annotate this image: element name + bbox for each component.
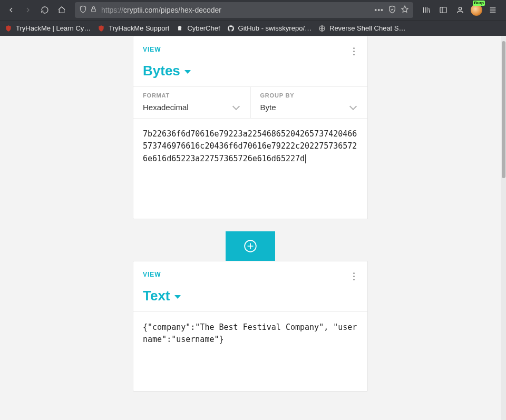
chef-icon: [176, 24, 184, 33]
groupby-select[interactable]: Byte: [260, 103, 358, 112]
text-card: VIEW Text {"company":"The Best Festival …: [133, 261, 368, 392]
burp-extension-button[interactable]: Burp: [469, 3, 484, 17]
reload-button[interactable]: [37, 2, 53, 18]
chevron-down-icon: [349, 102, 357, 110]
shield-icon: [4, 24, 13, 33]
nav-back-button[interactable]: [3, 2, 19, 18]
page-viewport: VIEW Bytes FORMAT Hexadecimal GROUP BY: [0, 36, 501, 420]
bookmark-item[interactable]: Reverse Shell Cheat S…: [318, 24, 406, 33]
globe-icon: [318, 24, 326, 33]
browser-toolbar: https://cryptii.com/pipes/hex-decoder ••…: [0, 0, 506, 20]
shield-icon: [97, 24, 105, 33]
card-type-selector[interactable]: Bytes: [143, 63, 358, 79]
card-title: Bytes: [143, 63, 180, 79]
plus-circle-icon: [244, 239, 257, 253]
svg-point-2: [459, 7, 461, 10]
sidebar-button[interactable]: [435, 2, 451, 18]
library-button[interactable]: [419, 2, 434, 18]
browser-chrome: https://cryptii.com/pipes/hex-decoder ••…: [0, 0, 506, 36]
bytes-card: VIEW Bytes FORMAT Hexadecimal GROUP BY: [133, 36, 368, 219]
format-option: FORMAT Hexadecimal: [133, 87, 250, 118]
bookmark-item[interactable]: TryHackMe | Learn Cy…: [4, 24, 91, 33]
lock-icon: [90, 6, 97, 14]
account-button[interactable]: [452, 2, 468, 18]
url-text: https://cryptii.com/pipes/hex-decoder: [101, 6, 370, 14]
bookmark-item[interactable]: TryHackMe Support: [97, 24, 169, 33]
url-bar[interactable]: https://cryptii.com/pipes/hex-decoder ••…: [75, 2, 413, 18]
github-icon: [227, 24, 235, 33]
bookmark-item[interactable]: GitHub - swisskyrepo/…: [227, 24, 312, 33]
text-textarea[interactable]: {"company":"The Best Festival Company", …: [133, 312, 367, 391]
caret-down-icon: [174, 295, 181, 299]
card-title: Text: [143, 288, 170, 304]
reader-view-icon[interactable]: [388, 5, 396, 15]
add-block-button[interactable]: [226, 231, 275, 261]
ellipsis-icon[interactable]: •••: [374, 6, 384, 14]
caret-down-icon: [184, 70, 191, 74]
format-select[interactable]: Hexadecimal: [143, 103, 241, 112]
bookmark-item[interactable]: CyberChef: [176, 24, 220, 33]
scrollbar-thumb[interactable]: [502, 41, 505, 178]
view-label: VIEW: [143, 271, 358, 278]
vertical-scrollbar[interactable]: [501, 36, 506, 420]
bookmarks-bar: TryHackMe | Learn Cy… TryHackMe Support …: [0, 20, 506, 36]
home-button[interactable]: [54, 2, 70, 18]
bytes-textarea[interactable]: 7b22636f6d70616e79223a225468652042657374…: [133, 119, 367, 219]
svg-rect-0: [92, 9, 96, 12]
groupby-option: GROUP BY Byte: [250, 87, 368, 118]
options-row: FORMAT Hexadecimal GROUP BY Byte: [133, 86, 367, 119]
burp-icon: [471, 4, 482, 16]
card-type-selector[interactable]: Text: [143, 288, 358, 304]
svg-rect-1: [440, 7, 446, 13]
bookmark-star-icon[interactable]: [401, 5, 409, 15]
chevron-down-icon: [232, 102, 239, 110]
view-label: VIEW: [143, 46, 358, 53]
app-menu-button[interactable]: [485, 2, 501, 18]
nav-forward-button[interactable]: [20, 2, 36, 18]
shield-icon: [79, 5, 87, 15]
card-menu-button[interactable]: [347, 45, 360, 57]
card-menu-button[interactable]: [347, 270, 360, 282]
